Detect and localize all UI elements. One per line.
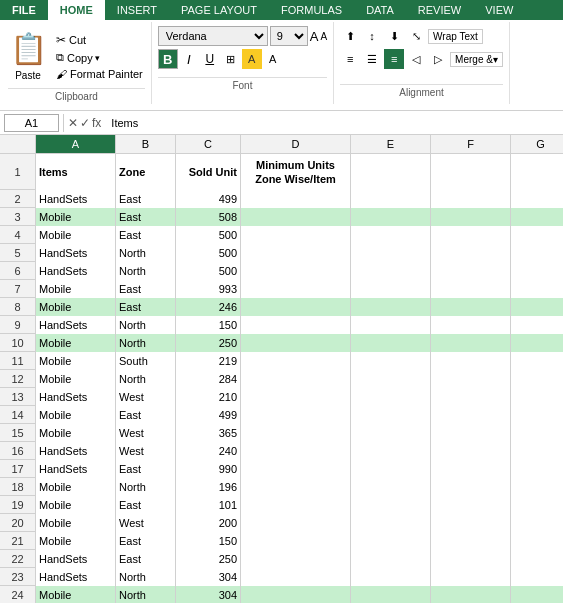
cell-r13-c0[interactable]: HandSets [36,388,116,406]
cell-r13-c6[interactable] [511,388,563,406]
row-header-20[interactable]: 20 [0,514,36,532]
row-header-12[interactable]: 12 [0,370,36,388]
cell-r15-c4[interactable] [351,424,431,442]
cell-r22-c4[interactable] [351,550,431,568]
cell-r11-c0[interactable]: Mobile [36,352,116,370]
increase-indent-button[interactable]: ▷ [428,49,448,69]
cell-r4-c5[interactable] [431,226,511,244]
cell-r19-c2[interactable]: 101 [176,496,241,514]
cell-r8-c4[interactable] [351,298,431,316]
row-header-22[interactable]: 22 [0,550,36,568]
row-header-16[interactable]: 16 [0,442,36,460]
cell-r5-c4[interactable] [351,244,431,262]
tab-file[interactable]: FILE [0,0,48,20]
bold-button[interactable]: B [158,49,178,69]
formula-input[interactable] [107,116,559,130]
cell-r7-c3[interactable] [241,280,351,298]
cell-r16-c4[interactable] [351,442,431,460]
cell-r8-c5[interactable] [431,298,511,316]
row-header-19[interactable]: 19 [0,496,36,514]
cell-r9-c4[interactable] [351,316,431,334]
cell-r12-c3[interactable] [241,370,351,388]
cell-r17-c2[interactable]: 990 [176,460,241,478]
cell-r6-c3[interactable] [241,262,351,280]
increase-font-button[interactable]: A [310,29,319,44]
cell-r21-c6[interactable] [511,532,563,550]
cell-r21-c5[interactable] [431,532,511,550]
cell-r1-c3[interactable]: Minimum UnitsZone Wise/Item [241,154,351,190]
cell-r3-c0[interactable]: Mobile [36,208,116,226]
tab-insert[interactable]: INSERT [105,0,169,20]
cell-r16-c1[interactable]: West [116,442,176,460]
cell-r21-c1[interactable]: East [116,532,176,550]
col-header-b[interactable]: B [116,135,176,153]
col-header-g[interactable]: G [511,135,563,153]
row-header-8[interactable]: 8 [0,298,36,316]
row-header-10[interactable]: 10 [0,334,36,352]
cell-r23-c2[interactable]: 304 [176,568,241,586]
cell-r4-c6[interactable] [511,226,563,244]
text-angle-button[interactable]: ⤡ [406,26,426,46]
cell-r20-c1[interactable]: West [116,514,176,532]
row-header-24[interactable]: 24 [0,586,36,603]
cell-r22-c0[interactable]: HandSets [36,550,116,568]
col-header-c[interactable]: C [176,135,241,153]
cell-r1-c4[interactable] [351,154,431,190]
cell-r5-c3[interactable] [241,244,351,262]
cell-r4-c2[interactable]: 500 [176,226,241,244]
cell-r6-c2[interactable]: 500 [176,262,241,280]
cell-r4-c1[interactable]: East [116,226,176,244]
wrap-text-button[interactable]: Wrap Text [428,29,483,44]
cell-r9-c5[interactable] [431,316,511,334]
border-button[interactable]: ⊞ [221,49,241,69]
cell-r16-c6[interactable] [511,442,563,460]
middle-align-button[interactable]: ↕ [362,26,382,46]
cell-r9-c3[interactable] [241,316,351,334]
cell-r18-c3[interactable] [241,478,351,496]
cell-r11-c2[interactable]: 219 [176,352,241,370]
cell-r21-c2[interactable]: 150 [176,532,241,550]
tab-data[interactable]: DATA [354,0,406,20]
cell-r8-c6[interactable] [511,298,563,316]
cell-r20-c5[interactable] [431,514,511,532]
row-header-18[interactable]: 18 [0,478,36,496]
cell-r2-c6[interactable] [511,190,563,208]
fill-color-button[interactable]: A [242,49,262,69]
col-header-a[interactable]: A [36,135,116,153]
cell-r7-c0[interactable]: Mobile [36,280,116,298]
tab-home[interactable]: HOME [48,0,105,20]
italic-button[interactable]: I [179,49,199,69]
cell-r2-c5[interactable] [431,190,511,208]
cell-r7-c6[interactable] [511,280,563,298]
cell-r1-c2[interactable]: Sold Unit [176,154,241,190]
cell-r6-c1[interactable]: North [116,262,176,280]
cell-r24-c5[interactable] [431,586,511,603]
cell-r3-c3[interactable] [241,208,351,226]
cell-r5-c0[interactable]: HandSets [36,244,116,262]
font-name-select[interactable]: Verdana [158,26,268,46]
cell-r19-c1[interactable]: East [116,496,176,514]
cell-r14-c3[interactable] [241,406,351,424]
top-align-button[interactable]: ⬆ [340,26,360,46]
cell-r3-c2[interactable]: 508 [176,208,241,226]
cell-r21-c0[interactable]: Mobile [36,532,116,550]
cell-r6-c5[interactable] [431,262,511,280]
cell-r18-c1[interactable]: North [116,478,176,496]
cell-r13-c5[interactable] [431,388,511,406]
cell-r18-c2[interactable]: 196 [176,478,241,496]
cell-r18-c5[interactable] [431,478,511,496]
cell-r1-c0[interactable]: Items [36,154,116,190]
cell-r16-c2[interactable]: 240 [176,442,241,460]
center-align-button[interactable]: ☰ [362,49,382,69]
row-header-3[interactable]: 3 [0,208,36,226]
row-header-6[interactable]: 6 [0,262,36,280]
cell-r11-c6[interactable] [511,352,563,370]
format-painter-button[interactable]: 🖌 Format Painter [54,67,145,81]
merge-button[interactable]: Merge & ▾ [450,52,503,67]
cell-r6-c0[interactable]: HandSets [36,262,116,280]
cell-r7-c2[interactable]: 993 [176,280,241,298]
tab-formulas[interactable]: FORMULAS [269,0,354,20]
cell-r12-c2[interactable]: 284 [176,370,241,388]
cell-r15-c5[interactable] [431,424,511,442]
row-header-4[interactable]: 4 [0,226,36,244]
